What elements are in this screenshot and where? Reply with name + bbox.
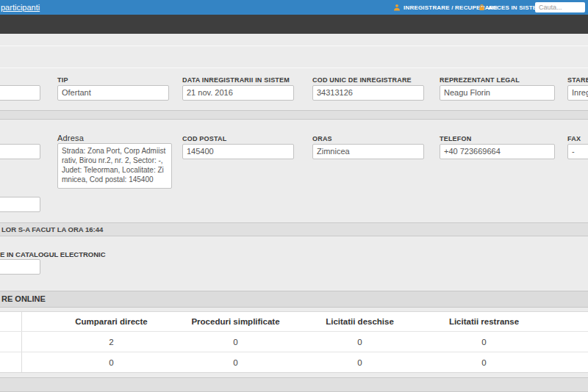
col-header-licitatii-restranse: Licitatii restranse bbox=[422, 312, 546, 331]
cell-value: 0 bbox=[298, 332, 422, 352]
last-update-notice: LOR S-A FACUT LA ORA 16:44 bbox=[0, 222, 588, 236]
page: participanti INREGISTRARE / RECUPERARE A… bbox=[0, 0, 588, 392]
cropped-first-column bbox=[0, 332, 22, 352]
cell-value: 0 bbox=[173, 332, 298, 352]
cropped-field-input[interactable] bbox=[0, 85, 40, 101]
telefon-input[interactable]: +40 723669664 bbox=[440, 144, 555, 159]
tip-label: TIP bbox=[57, 76, 68, 84]
data-inregistrarii-label: DATA INREGISTRARII IN SISTEM bbox=[182, 76, 290, 84]
catalog-electronic-input[interactable] bbox=[0, 259, 40, 275]
reprezentant-legal-label: REPREZENTANT LEGAL bbox=[440, 76, 520, 84]
form-divider-band bbox=[0, 110, 588, 120]
adresa-textarea[interactable]: Strada: Zona Port, Corp Admiistrativ, Bi… bbox=[57, 143, 172, 189]
divider bbox=[0, 46, 588, 46]
system-access-label: ACCES IN SISTEM bbox=[488, 4, 542, 11]
table-header-row: Cumparari directe Proceduri simplificate… bbox=[0, 312, 588, 331]
user-icon bbox=[393, 4, 401, 11]
table-row: 2 0 0 0 bbox=[0, 331, 588, 352]
next-section-bar-cropped[interactable] bbox=[0, 377, 588, 392]
cell-value: 0 bbox=[49, 352, 173, 372]
reprezentant-legal-input[interactable]: Neagu Florin bbox=[440, 85, 555, 101]
stare-label: STARE bbox=[567, 76, 588, 84]
adresa-label: Adresa bbox=[57, 134, 84, 142]
tip-input[interactable]: Ofertant bbox=[57, 85, 169, 101]
cropped-first-column bbox=[0, 312, 22, 331]
system-access-link[interactable]: ACCES IN SISTEM bbox=[478, 0, 542, 15]
catalog-electronic-label: E IN CATALOGUL ELECTRONIC bbox=[0, 250, 106, 258]
cell-value: 2 bbox=[49, 332, 173, 352]
search-input[interactable] bbox=[535, 2, 585, 12]
cropped-first-column bbox=[0, 352, 22, 372]
oras-input[interactable]: Zimnicea bbox=[312, 144, 424, 159]
fax-input[interactable]: - bbox=[567, 144, 588, 159]
topbar: participanti INREGISTRARE / RECUPERARE A… bbox=[0, 0, 588, 15]
oras-label: ORAS bbox=[312, 135, 332, 142]
data-inregistrarii-input[interactable]: 21 nov. 2016 bbox=[182, 85, 294, 101]
table-row: 0 0 0 0 bbox=[0, 352, 588, 372]
cell-value: 0 bbox=[173, 352, 298, 372]
cell-value: 0 bbox=[422, 352, 546, 372]
participations-table: Cumparari directe Proceduri simplificate… bbox=[0, 311, 588, 373]
column-spacer bbox=[22, 312, 49, 331]
section-header-online[interactable]: RE ONLINE bbox=[0, 291, 588, 308]
cell-value: 0 bbox=[422, 332, 546, 352]
lock-icon bbox=[478, 4, 485, 11]
cod-unic-input[interactable]: 34313126 bbox=[312, 85, 424, 101]
cod-unic-label: COD UNIC DE INREGISTRARE bbox=[312, 76, 412, 84]
cod-postal-input[interactable]: 145400 bbox=[182, 144, 294, 159]
column-rest bbox=[546, 312, 588, 331]
col-header-cumparari-directe: Cumparari directe bbox=[49, 312, 173, 331]
telefon-label: TELEFON bbox=[440, 135, 471, 142]
cropped-field-input[interactable] bbox=[0, 144, 40, 159]
stare-input[interactable]: Inregistrat bbox=[567, 85, 588, 101]
col-header-licitatii-deschise: Licitatii deschise bbox=[298, 312, 422, 331]
breadcrumb-link-participanti[interactable]: participanti bbox=[1, 0, 40, 15]
page-header-band bbox=[0, 15, 588, 34]
divider bbox=[0, 68, 588, 68]
cell-value: 0 bbox=[298, 352, 422, 372]
cropped-field-input[interactable] bbox=[0, 197, 40, 212]
col-header-proceduri-simplificate: Proceduri simplificate bbox=[173, 312, 298, 331]
fax-label: FAX bbox=[567, 135, 581, 142]
cod-postal-label: COD POSTAL bbox=[182, 135, 226, 142]
